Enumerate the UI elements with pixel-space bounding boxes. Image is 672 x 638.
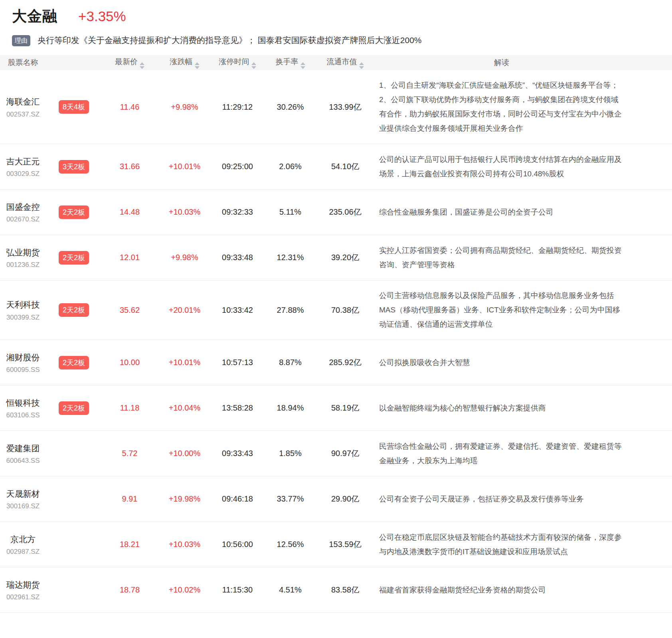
market-cap: 29.90亿 — [317, 494, 373, 504]
stock-code: 003029.SZ — [0, 170, 46, 178]
stock-name[interactable]: 爱建集团 — [0, 442, 46, 455]
table-row[interactable]: 瑞达期货 002961.SZ 18.78 +10.02% 11:15:30 4.… — [0, 567, 672, 613]
table-body: 海联金汇 002537.SZ 8天4板 11.46 +9.98% 11:29:1… — [0, 70, 672, 613]
table-row[interactable]: 湘财股份 600095.SS 2天2板 10.00 +10.01% 10:57:… — [0, 340, 672, 385]
latest-price: 5.72 — [102, 449, 158, 458]
change-percent: +9.98% — [158, 103, 211, 112]
stock-name[interactable]: 天晟新材 — [0, 488, 46, 500]
stock-name[interactable]: 国盛金控 — [0, 201, 46, 213]
table-row[interactable]: 天晟新材 300169.SZ 9.91 +19.98% 09:46:18 33.… — [0, 476, 672, 522]
streak-badge: 2天2板 — [59, 303, 89, 317]
stock-name-cell[interactable]: 瑞达期货 002961.SZ — [0, 579, 46, 602]
column-header-interpretation: 解读 — [373, 57, 672, 68]
interpretation-text: 公司在稳定币底层区块链及智能合约基础技术方面有较深的储备，深度参与内地及港澳数字… — [373, 530, 672, 559]
sector-change-percent: +3.35% — [78, 8, 126, 24]
stock-name[interactable]: 瑞达期货 — [0, 579, 46, 591]
stock-code: 600095.SS — [0, 366, 46, 374]
stock-name-cell[interactable]: 弘业期货 001236.SZ — [0, 246, 46, 269]
interpretation-text: 公司有全资子公司天晟证券，包括证券交易及发行债券等业务 — [373, 492, 672, 506]
streak-badge-cell: 2天2板 — [46, 251, 102, 265]
interpretation-text: 以金融智能终端为核心的智慧银行解决方案提供商 — [373, 401, 672, 415]
column-header-change-percent[interactable]: 涨跌幅 — [158, 57, 211, 69]
column-header-latest-price[interactable]: 最新价 — [102, 57, 158, 69]
change-percent: +10.03% — [158, 540, 211, 549]
turnover-rate: 5.11% — [263, 207, 317, 217]
stock-name-cell[interactable]: 国盛金控 002670.SZ — [0, 201, 46, 224]
column-header-market-cap[interactable]: 流通市值 — [317, 57, 373, 69]
stock-name-cell[interactable]: 天晟新材 300169.SZ — [0, 488, 46, 511]
table-row[interactable]: 爱建集团 600643.SS 5.72 +10.00% 09:33:43 1.8… — [0, 431, 672, 476]
table-row[interactable]: 京北方 002987.SZ 18.21 +10.03% 10:56:00 12.… — [0, 522, 672, 567]
table-row[interactable]: 吉大正元 003029.SZ 3天2板 31.66 +10.01% 09:25:… — [0, 144, 672, 190]
column-header-stock-name: 股票名称 — [0, 57, 46, 68]
stock-code: 001236.SZ — [0, 261, 46, 269]
market-cap: 285.92亿 — [317, 357, 373, 368]
stock-name[interactable]: 天利科技 — [0, 298, 46, 311]
limit-up-time: 11:29:12 — [211, 103, 263, 112]
market-cap: 39.20亿 — [317, 252, 373, 263]
stock-code: 002987.SZ — [0, 548, 46, 556]
limit-up-time: 11:15:30 — [211, 585, 263, 595]
stock-name[interactable]: 恒银科技 — [0, 397, 46, 409]
column-header-limit-up-time[interactable]: 涨停时间 — [211, 57, 263, 69]
turnover-rate: 2.06% — [263, 162, 317, 171]
sector-header: 大金融 +3.35% 理由 央行等印发《关于金融支持提振和扩大消费的指导意见》；… — [0, 0, 672, 46]
latest-price: 31.66 — [102, 162, 158, 171]
stock-name-cell[interactable]: 恒银科技 603106.SS — [0, 397, 46, 420]
latest-price: 12.01 — [102, 253, 158, 262]
sort-icon[interactable] — [300, 62, 305, 69]
stock-name-cell[interactable]: 京北方 002987.SZ — [0, 533, 46, 556]
table-row[interactable]: 海联金汇 002537.SZ 8天4板 11.46 +9.98% 11:29:1… — [0, 70, 672, 144]
limit-up-time: 10:33:42 — [211, 306, 263, 315]
streak-badge-cell: 2天2板 — [46, 401, 102, 415]
stock-name[interactable]: 弘业期货 — [0, 246, 46, 259]
sort-icon[interactable] — [251, 62, 256, 69]
stock-name-cell[interactable]: 海联金汇 002537.SZ — [0, 95, 46, 119]
stock-name[interactable]: 海联金汇 — [0, 95, 46, 108]
interpretation-text: 公司的认证产品可以用于包括银行人民币跨境支付结算在内的金融应用及场景，上海云鑫创… — [373, 152, 672, 181]
turnover-rate: 18.94% — [263, 403, 317, 413]
stock-name-cell[interactable]: 吉大正元 003029.SZ — [0, 155, 46, 178]
market-cap: 90.97亿 — [317, 448, 373, 459]
change-percent: +10.04% — [158, 403, 211, 413]
table-row[interactable]: 国盛金控 002670.SZ 2天2板 14.48 +10.03% 09:32:… — [0, 190, 672, 235]
table-row[interactable]: 恒银科技 603106.SS 2天2板 11.18 +10.04% 13:58:… — [0, 385, 672, 431]
reason-badge: 理由 — [12, 35, 30, 46]
latest-price: 9.91 — [102, 494, 158, 504]
stock-code: 002537.SZ — [0, 111, 46, 119]
latest-price: 11.18 — [102, 403, 158, 413]
sort-icon[interactable] — [195, 62, 200, 69]
market-cap: 153.59亿 — [317, 539, 373, 550]
stock-code: 002961.SZ — [0, 593, 46, 601]
latest-price: 35.62 — [102, 306, 158, 315]
turnover-rate: 8.87% — [263, 358, 317, 367]
streak-badge: 3天2板 — [59, 160, 89, 174]
stock-code: 002670.SZ — [0, 215, 46, 223]
turnover-rate: 30.26% — [263, 103, 317, 112]
market-cap: 133.99亿 — [317, 102, 373, 113]
sort-icon[interactable] — [140, 62, 144, 69]
limit-up-time: 10:56:00 — [211, 540, 263, 549]
latest-price: 18.21 — [102, 540, 158, 549]
table-row[interactable]: 天利科技 300399.SZ 2天2板 35.62 +20.01% 10:33:… — [0, 280, 672, 340]
market-cap: 83.58亿 — [317, 585, 373, 595]
change-percent: +10.01% — [158, 162, 211, 171]
turnover-rate: 1.85% — [263, 449, 317, 458]
stock-name[interactable]: 京北方 — [0, 533, 46, 546]
stock-name-cell[interactable]: 爱建集团 600643.SS — [0, 442, 46, 465]
stock-name[interactable]: 湘财股份 — [0, 351, 46, 364]
table-row[interactable]: 弘业期货 001236.SZ 2天2板 12.01 +9.98% 09:33:4… — [0, 235, 672, 280]
sort-icon[interactable] — [359, 62, 364, 69]
interpretation-text: 综合性金融服务集团，国盛证券是公司的全资子公司 — [373, 205, 672, 219]
turnover-rate: 33.77% — [263, 494, 317, 504]
column-header-turnover-rate[interactable]: 换手率 — [263, 57, 317, 69]
latest-price: 18.78 — [102, 585, 158, 595]
market-cap: 235.06亿 — [317, 207, 373, 217]
stock-name-cell[interactable]: 天利科技 300399.SZ — [0, 298, 46, 322]
market-cap: 58.19亿 — [317, 403, 373, 413]
stock-name[interactable]: 吉大正元 — [0, 155, 46, 168]
limit-up-time: 09:32:33 — [211, 207, 263, 217]
reason-text: 央行等印发《关于金融支持提振和扩大消费的指导意见》； 国泰君安国际获虚拟资产牌照… — [38, 34, 422, 46]
stock-name-cell[interactable]: 湘财股份 600095.SS — [0, 351, 46, 374]
table-header-row: 股票名称 最新价 涨跌幅 涨停时间 换手率 流通市值 解读 — [0, 55, 672, 70]
